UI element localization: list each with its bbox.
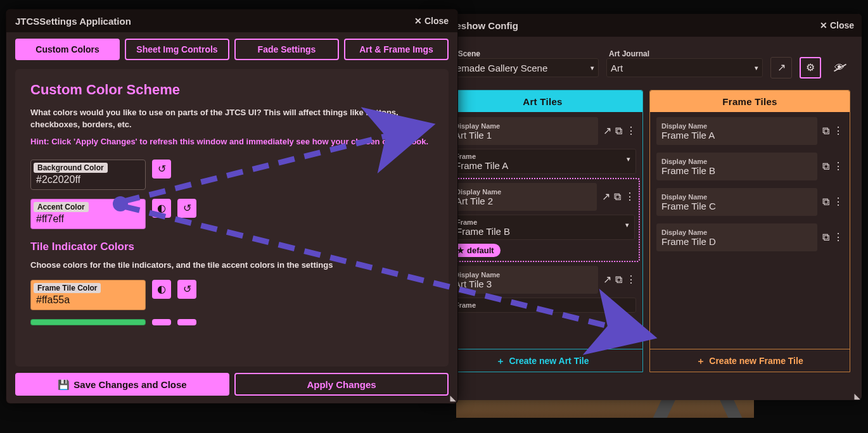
copy-icon[interactable]: ⧉ xyxy=(615,275,622,285)
apply-changes-button[interactable]: Apply Changes xyxy=(234,373,449,396)
art-tile-name-field[interactable]: Display Name Art Tile 3 xyxy=(449,266,598,294)
custom-colors-panel: Custom Color Scheme What colors would yo… xyxy=(15,69,449,367)
chevron-down-icon: ▾ xyxy=(625,222,629,229)
art-tile-frame-select[interactable]: Frame Frame Tile B ▾ xyxy=(450,215,635,240)
more-icon[interactable]: ⋮ xyxy=(833,126,843,136)
default-badge: ★ default xyxy=(450,244,501,257)
create-frame-tile-button[interactable]: ＋ Create new Frame Tile xyxy=(650,349,850,372)
open-external-button[interactable]: ↗ xyxy=(770,57,792,78)
more-icon[interactable]: ⋮ xyxy=(833,197,843,207)
more-icon[interactable]: ⋮ xyxy=(625,192,635,202)
reset-bg-color-button[interactable]: ↺ xyxy=(152,160,171,179)
frame-tile-name-field[interactable]: Display Name Frame Tile D xyxy=(656,223,817,251)
art-tile-name-field[interactable]: Display Name Art Tile 2 xyxy=(450,183,597,211)
undo-icon: ↺ xyxy=(158,164,166,174)
eye-off-icon: 👁 xyxy=(834,63,845,73)
frame-tile-item: Display Name Frame Tile D ⧉ ⋮ xyxy=(656,223,843,251)
art-tile-frame-select[interactable]: Frame Frame Tile A ▾ xyxy=(449,149,636,174)
copy-icon[interactable]: ⧉ xyxy=(822,126,829,136)
frame-tiles-column: Frame Tiles Display Name Frame Tile A ⧉ … xyxy=(649,90,850,372)
tab-art-frame-imgs[interactable]: Art & Frame Imgs xyxy=(344,39,449,60)
art-tiles-list: Display Name Art Tile 1 ↗ ⧉ ⋮ Fram xyxy=(443,112,642,349)
art-journal-select[interactable]: Art ▾ xyxy=(606,58,763,77)
jtcs-close-button[interactable]: ✕ Close xyxy=(414,16,449,26)
reset-frame-button[interactable]: ↺ xyxy=(177,280,196,299)
undo-icon: ↺ xyxy=(183,284,191,294)
unlinked-tile-color-input[interactable] xyxy=(30,319,146,325)
copy-icon[interactable]: ⧉ xyxy=(822,232,829,242)
frame-tile-item: Display Name Frame Tile C ⧉ ⋮ xyxy=(656,188,843,216)
frame-tile-item: Display Name Frame Tile B ⧉ ⋮ xyxy=(656,153,843,180)
save-icon: 💾 xyxy=(58,380,70,389)
more-icon[interactable]: ⋮ xyxy=(626,126,636,136)
star-icon: ★ xyxy=(457,246,464,254)
more-icon[interactable]: ⋮ xyxy=(833,161,843,172)
gear-icon: ⚙ xyxy=(806,63,815,73)
reset-accent-button[interactable]: ↺ xyxy=(177,199,196,218)
slideshow-config-close-button[interactable]: ✕ Close xyxy=(820,20,854,30)
section-title: Custom Color Scheme xyxy=(30,82,433,98)
art-scene-label: Art Scene xyxy=(442,48,599,58)
art-scene-select[interactable]: Premade Gallery Scene ▾ xyxy=(442,58,599,77)
frame-tile-name-field[interactable]: Display Name Frame Tile B xyxy=(656,153,817,180)
external-link-icon[interactable]: ↗ xyxy=(602,192,610,202)
external-link-icon[interactable]: ↗ xyxy=(603,275,611,285)
jtcs-footer: 💾 Save Changes and Close Apply Changes xyxy=(6,367,457,403)
jtcs-tabs: Custom Colors Sheet Img Controls Fade Se… xyxy=(6,32,457,69)
jtcs-settings-header[interactable]: JTCSSettings Application ✕ Close xyxy=(6,9,457,32)
copy-icon[interactable]: ⧉ xyxy=(822,197,829,207)
contrast-unlinked-button[interactable] xyxy=(152,319,171,325)
art-tile-name-field[interactable]: Display Name Art Tile 1 xyxy=(449,117,598,145)
frame-tile-color-input[interactable]: Frame Tile Color #ffa55a xyxy=(30,280,146,310)
plus-icon: ＋ xyxy=(696,356,705,365)
art-tile-item: Display Name Art Tile 2 ↗ ⧉ ⋮ Fram xyxy=(445,178,640,262)
reset-unlinked-button[interactable] xyxy=(177,319,196,325)
frame-tile-name-field[interactable]: Display Name Frame Tile C xyxy=(656,188,817,216)
external-link-icon[interactable]: ↗ xyxy=(603,126,611,136)
art-tiles-column: Art Tiles Display Name Art Tile 1 ↗ ⧉ ⋮ xyxy=(442,90,643,372)
copy-icon[interactable]: ⧉ xyxy=(822,161,829,172)
tab-custom-colors[interactable]: Custom Colors xyxy=(15,39,120,60)
chevron-down-icon: ▾ xyxy=(590,65,594,72)
contrast-frame-button[interactable]: ◐ xyxy=(152,280,171,299)
art-tiles-header: Art Tiles xyxy=(443,91,642,112)
chevron-down-icon: ▾ xyxy=(755,65,758,72)
tile-indicator-desc: Choose colors for the tile indicators, a… xyxy=(30,260,433,272)
section-description: What colors would you like to use on par… xyxy=(30,107,433,131)
frame-tile-item: Display Name Frame Tile A ⧉ ⋮ xyxy=(656,117,843,145)
tile-indicator-title: Tile Indicator Colors xyxy=(30,241,433,253)
settings-button[interactable]: ⚙ xyxy=(800,57,821,78)
external-link-icon: ↗ xyxy=(777,63,786,73)
resize-handle-icon[interactable]: ◢ xyxy=(447,393,457,403)
contrast-accent-button[interactable]: ◐ xyxy=(152,199,171,218)
copy-icon[interactable]: ⧉ xyxy=(615,126,622,136)
close-icon: ✕ xyxy=(820,21,827,30)
create-art-tile-button[interactable]: ＋ Create new Art Tile xyxy=(443,349,642,372)
accent-color-input[interactable]: Accent Color #ff7eff xyxy=(30,199,146,229)
art-tile-item: Display Name Art Tile 3 ↗ ⧉ ⋮ Fram xyxy=(449,266,636,313)
save-and-close-button[interactable]: 💾 Save Changes and Close xyxy=(15,373,229,396)
art-journal-field: Art Journal Art ▾ xyxy=(606,48,763,77)
contrast-icon: ◐ xyxy=(157,284,166,294)
art-scene-field: Art Scene Premade Gallery Scene ▾ xyxy=(442,48,599,77)
close-icon: ✕ xyxy=(414,16,422,25)
more-icon[interactable]: ⋮ xyxy=(833,232,843,242)
slideshow-config-header[interactable]: Slideshow Config ✕ Close xyxy=(431,14,862,37)
art-journal-label: Art Journal xyxy=(606,48,763,58)
tab-fade-settings[interactable]: Fade Settings xyxy=(234,39,339,60)
art-tile-frame-select[interactable]: Frame xyxy=(449,298,636,313)
tab-sheet-img-controls[interactable]: Sheet Img Controls xyxy=(125,39,229,60)
chevron-down-icon: ▾ xyxy=(627,156,630,163)
plus-icon: ＋ xyxy=(496,356,505,365)
jtcs-settings-title: JTCSSettings Application xyxy=(15,16,131,27)
frame-tile-name-field[interactable]: Display Name Frame Tile A xyxy=(656,117,817,145)
copy-icon[interactable]: ⧉ xyxy=(614,192,621,202)
visibility-toggle[interactable]: 👁 xyxy=(829,57,850,78)
frame-tiles-list: Display Name Frame Tile A ⧉ ⋮ xyxy=(650,112,850,349)
contrast-icon: ◐ xyxy=(157,203,166,213)
slideshow-config-window: Slideshow Config ✕ Close Art Scene Prema… xyxy=(431,14,862,400)
undo-icon: ↺ xyxy=(183,203,191,213)
resize-handle-icon[interactable]: ◢ xyxy=(854,394,862,399)
more-icon[interactable]: ⋮ xyxy=(626,275,636,285)
background-color-input[interactable]: Background Color #2c2020ff xyxy=(30,160,146,190)
